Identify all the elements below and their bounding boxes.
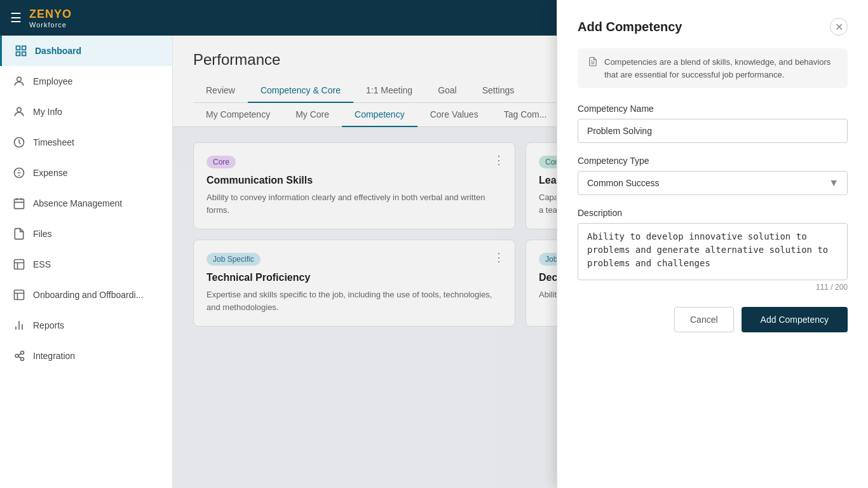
sidebar-item-expense[interactable]: Expense: [0, 158, 172, 188]
sidebar-label-integration: Integration: [33, 351, 75, 361]
tab-competency[interactable]: Competency: [342, 103, 417, 127]
ess-icon: [13, 258, 25, 271]
card-menu-3[interactable]: ⋮: [493, 250, 505, 264]
logo-subtitle: Workforce: [29, 21, 72, 29]
sidebar-item-integration[interactable]: Integration: [0, 341, 172, 371]
svg-rect-1: [22, 46, 26, 50]
svg-rect-9: [15, 260, 24, 269]
sidebar-item-employee[interactable]: Employee: [0, 66, 172, 97]
info-banner: Competencies are a blend of skills, know…: [578, 48, 848, 88]
svg-point-12: [21, 351, 24, 355]
sidebar-label-expense: Expense: [33, 168, 67, 178]
tab-my-competency[interactable]: My Competency: [193, 103, 283, 127]
svg-rect-2: [17, 52, 20, 56]
hamburger-icon[interactable]: ☰: [10, 10, 22, 25]
sidebar-label-timesheet: Timesheet: [33, 137, 74, 147]
card-badge-1: Core: [207, 156, 236, 168]
sidebar-label-employee: Employee: [33, 76, 72, 86]
tab-settings[interactable]: Settings: [470, 79, 527, 103]
svg-rect-10: [15, 290, 24, 300]
reports-icon: [13, 319, 25, 332]
tab-my-core[interactable]: My Core: [283, 103, 342, 127]
tab-goal[interactable]: Goal: [425, 79, 470, 103]
sidebar-item-onboarding[interactable]: Onboarding and Offboardi...: [0, 280, 172, 310]
description-label: Description: [578, 208, 848, 218]
tab-review[interactable]: Review: [193, 79, 248, 103]
tab-meeting[interactable]: 1:1 Meeting: [353, 79, 425, 103]
card-communication: Core ⋮ Communication Skills Ability to c…: [193, 142, 515, 229]
card-desc-3: Expertise and skills specific to the job…: [207, 288, 502, 313]
svg-point-13: [21, 358, 24, 361]
card-title-1: Communication Skills: [207, 175, 502, 186]
sidebar-label-ess: ESS: [33, 259, 51, 269]
panel-header: Add Competency ✕: [578, 18, 848, 36]
expense-icon: [13, 166, 25, 179]
description-textarea[interactable]: [578, 223, 848, 280]
competency-type-select[interactable]: Common Success Core Job Specific: [578, 171, 848, 195]
char-count: 111 / 200: [578, 283, 848, 292]
competency-name-input[interactable]: [578, 119, 848, 143]
panel-title: Add Competency: [578, 20, 682, 34]
onboarding-icon: [13, 288, 25, 301]
svg-point-4: [17, 77, 22, 81]
sidebar-label-dashboard: Dashboard: [35, 46, 81, 56]
info-banner-text: Competencies are a blend of skills, know…: [604, 56, 837, 81]
add-competency-panel: Add Competency ✕ Competencies are a blen…: [557, 0, 868, 488]
tab-tag-comp[interactable]: Tag Com...: [491, 103, 560, 127]
sidebar-label-files: Files: [33, 229, 52, 239]
sidebar-label-onboarding: Onboarding and Offboardi...: [33, 290, 143, 300]
sidebar: Dashboard Employee My Info Timesheet Exp…: [0, 0, 173, 488]
svg-rect-8: [15, 199, 24, 208]
sidebar-item-timesheet[interactable]: Timesheet: [0, 127, 172, 158]
card-technical: Job Specific ⋮ Technical Proficiency Exp…: [193, 240, 515, 327]
employee-icon: [13, 75, 25, 88]
integration-icon: [13, 349, 25, 362]
files-icon: [13, 227, 25, 240]
tab-core-values[interactable]: Core Values: [417, 103, 491, 127]
card-badge-3: Job Specific: [207, 253, 261, 266]
svg-rect-0: [17, 46, 20, 50]
competency-name-label: Competency Name: [578, 104, 848, 114]
sidebar-item-myinfo[interactable]: My Info: [0, 97, 172, 127]
sidebar-label-absence: Absence Management: [33, 198, 122, 208]
add-competency-button[interactable]: Add Competency: [742, 307, 848, 332]
logo: ZENYO Workforce: [29, 8, 72, 29]
dashboard-icon: [15, 44, 27, 57]
svg-rect-3: [22, 52, 26, 56]
timesheet-icon: [13, 136, 25, 149]
sidebar-item-absence[interactable]: Absence Management: [0, 188, 172, 219]
myinfo-icon: [13, 105, 25, 118]
svg-point-11: [15, 355, 18, 358]
card-desc-1: Ability to convey information clearly an…: [207, 191, 502, 216]
sidebar-label-myinfo: My Info: [33, 107, 62, 117]
card-title-3: Technical Proficiency: [207, 272, 502, 283]
svg-point-5: [17, 107, 22, 112]
sidebar-item-ess[interactable]: ESS: [0, 249, 172, 280]
sidebar-item-files[interactable]: Files: [0, 219, 172, 249]
absence-icon: [13, 197, 25, 210]
competency-type-wrapper: Common Success Core Job Specific ▼: [578, 171, 848, 195]
panel-actions: Cancel Add Competency: [578, 307, 848, 332]
card-menu-1[interactable]: ⋮: [493, 153, 505, 167]
sidebar-label-reports: Reports: [33, 320, 64, 330]
logo-name: ZENYO: [29, 8, 72, 21]
panel-close-button[interactable]: ✕: [830, 18, 848, 36]
cancel-button[interactable]: Cancel: [674, 307, 734, 332]
sidebar-item-dashboard[interactable]: Dashboard: [0, 36, 172, 66]
tab-competency-core[interactable]: Competency & Core: [248, 79, 353, 103]
competency-type-label: Competency Type: [578, 156, 848, 166]
info-file-icon: [588, 57, 598, 81]
sidebar-item-reports[interactable]: Reports: [0, 310, 172, 341]
